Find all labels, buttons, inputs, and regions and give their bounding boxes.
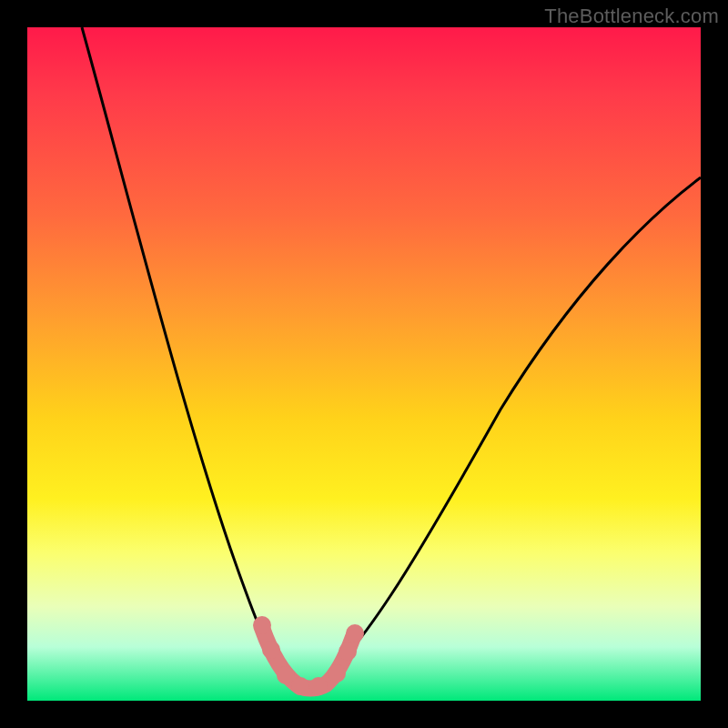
marker-dot	[328, 664, 346, 682]
marker-dot	[262, 641, 280, 659]
marker-dot	[253, 616, 271, 634]
plot-area	[27, 27, 701, 701]
chart-frame: TheBottleneck.com	[0, 0, 728, 728]
marker-dot	[277, 666, 295, 684]
marker-dot	[291, 677, 309, 695]
marker-dot	[346, 624, 364, 642]
marker-dot	[309, 677, 328, 695]
watermark-text: TheBottleneck.com	[544, 5, 719, 28]
curve-left	[82, 27, 300, 687]
curve-layer	[27, 27, 701, 701]
marker-dot	[339, 642, 357, 661]
curve-right	[309, 177, 701, 688]
